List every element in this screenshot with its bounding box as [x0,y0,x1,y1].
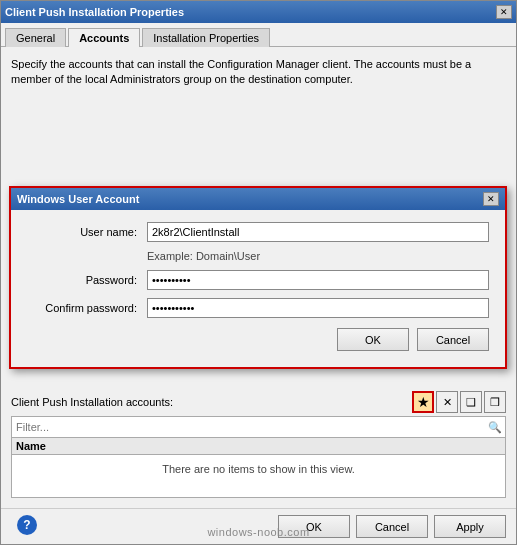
confirm-password-input[interactable] [147,298,489,318]
confirm-password-row: Confirm password: [27,298,489,318]
username-label: User name: [27,226,147,238]
dialog-close-button[interactable]: ✕ [483,192,499,206]
dialog-content: User name: Example: Domain\User Password… [11,210,505,367]
password-row: Password: [27,270,489,290]
dialog-title-bar: Windows User Account ✕ [11,188,505,210]
username-row: User name: [27,222,489,242]
password-label: Password: [27,274,147,286]
dialog-cancel-button[interactable]: Cancel [417,328,489,351]
dialog-ok-button[interactable]: OK [337,328,409,351]
dialog-buttons: OK Cancel [27,328,489,355]
windows-user-account-dialog: Windows User Account ✕ User name: Exampl… [9,186,507,369]
dialog-title: Windows User Account [17,193,483,205]
main-window: Client Push Installation Properties ✕ Ge… [0,0,517,545]
modal-overlay: Windows User Account ✕ User name: Exampl… [1,1,516,544]
username-hint: Example: Domain\User [147,250,489,262]
confirm-password-label: Confirm password: [27,302,147,314]
password-input[interactable] [147,270,489,290]
username-input[interactable] [147,222,489,242]
